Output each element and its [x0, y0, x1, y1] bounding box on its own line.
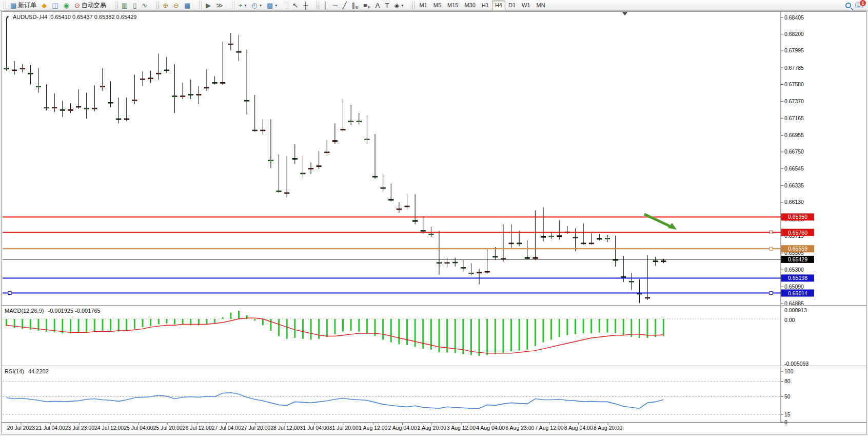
bear-candle[interactable] — [357, 121, 361, 122]
bull-candle[interactable] — [181, 96, 185, 97]
add-indicator-button[interactable]: +▾ — [236, 1, 249, 10]
bull-candle[interactable] — [76, 106, 81, 107]
bar-chart-button[interactable]: ▥ — [119, 1, 130, 10]
time-axis-label[interactable]: 25 Jul 20:00 — [153, 425, 182, 431]
bear-candle[interactable] — [116, 119, 121, 120]
bear-candle[interactable] — [469, 273, 474, 274]
bull-candle[interactable] — [661, 261, 666, 262]
time-axis-label[interactable]: 2 Aug 04:00 — [388, 425, 417, 431]
line-handle[interactable] — [770, 247, 773, 250]
new-order-button[interactable]: ▤新订单 — [8, 1, 39, 10]
bear-candle[interactable] — [613, 260, 618, 261]
time-axis-label[interactable]: 28 Jul 12:00 — [270, 425, 300, 431]
bear-candle[interactable] — [653, 261, 658, 262]
time-axis-label[interactable]: 27 Jul 04:00 — [212, 425, 241, 431]
bear-candle[interactable] — [245, 100, 249, 101]
bear-candle[interactable] — [461, 268, 465, 269]
shapes-button[interactable]: ◈▾ — [391, 1, 406, 10]
bull-candle[interactable] — [533, 258, 538, 259]
bear-candle[interactable] — [389, 199, 393, 200]
bear-candle[interactable] — [493, 256, 498, 257]
bear-candle[interactable] — [277, 191, 281, 192]
bear-candle[interactable] — [629, 281, 634, 282]
bull-candle[interactable] — [205, 87, 209, 88]
bear-candle[interactable] — [164, 70, 169, 71]
bear-candle[interactable] — [549, 236, 554, 237]
bull-candle[interactable] — [325, 152, 329, 153]
tile-windows-button[interactable]: ▦ — [182, 1, 193, 10]
text-button[interactable]: A — [373, 1, 383, 10]
auto-scroll-button[interactable]: ▶ — [203, 1, 213, 10]
cursor-button[interactable]: ↖ — [290, 1, 301, 10]
bear-candle[interactable] — [349, 121, 353, 122]
bull-candle[interactable] — [261, 130, 265, 131]
candlestick-chart-button[interactable]: ▯ — [130, 1, 139, 10]
time-axis-label[interactable]: 20 Jul 2023 — [7, 425, 35, 431]
time-axis-label[interactable]: 2 Aug 20:00 — [418, 425, 446, 431]
timeframe-button-mn[interactable]: MN — [534, 1, 548, 10]
vertical-line-button[interactable]: │ — [321, 1, 330, 10]
bull-candle[interactable] — [68, 110, 73, 111]
bear-candle[interactable] — [36, 86, 41, 87]
chart-canvas[interactable]: 0.684050.682000.679950.677850.675800.673… — [2, 12, 866, 434]
profile-button[interactable]: ◫ — [49, 1, 61, 10]
time-axis-label[interactable]: 3 Aug 12:00 — [447, 425, 476, 431]
bull-candle[interactable] — [124, 119, 129, 120]
time-axis-label[interactable]: 26 Jul 12:00 — [183, 425, 212, 431]
time-axis-label[interactable]: 21 Jul 04:00 — [36, 425, 65, 431]
channel-button[interactable]: ∥E — [349, 1, 361, 10]
bear-candle[interactable] — [517, 243, 522, 244]
timeframe-button-m15[interactable]: M15 — [444, 1, 461, 10]
bull-candle[interactable] — [509, 243, 514, 244]
bull-candle[interactable] — [156, 73, 161, 74]
rsi-pane-divider[interactable] — [2, 366, 866, 367]
styler-bucket-button[interactable]: ◆ — [39, 1, 49, 10]
bear-candle[interactable] — [44, 107, 49, 108]
bear-candle[interactable] — [292, 159, 297, 160]
bear-candle[interactable] — [597, 238, 602, 239]
bear-candle[interactable] — [252, 130, 257, 131]
bear-candle[interactable] — [413, 221, 418, 222]
bear-candle[interactable] — [236, 51, 241, 52]
bull-candle[interactable] — [20, 68, 25, 69]
bull-candle[interactable] — [589, 243, 594, 244]
time-axis-label[interactable]: 4 Aug 04:00 — [476, 425, 505, 431]
bull-candle[interactable] — [52, 107, 57, 108]
timeframe-button-m1[interactable]: M1 — [416, 1, 430, 10]
bear-candle[interactable] — [108, 102, 113, 103]
timeframe-button-w1[interactable]: W1 — [519, 1, 534, 10]
timeframe-button-d1[interactable]: D1 — [505, 1, 519, 10]
bear-candle[interactable] — [581, 243, 586, 244]
bull-candle[interactable] — [645, 297, 650, 298]
bear-candle[interactable] — [301, 173, 305, 174]
bear-candle[interactable] — [60, 110, 65, 111]
bull-candle[interactable] — [92, 108, 97, 109]
bear-candle[interactable] — [605, 238, 610, 239]
bull-candle[interactable] — [221, 83, 225, 84]
bull-candle[interactable] — [557, 236, 562, 237]
bear-candle[interactable] — [381, 188, 385, 189]
bear-candle[interactable] — [373, 176, 378, 177]
bull-candle[interactable] — [317, 166, 321, 167]
bear-candle[interactable] — [429, 234, 433, 235]
bull-candle[interactable] — [445, 262, 449, 263]
macd-pane-divider[interactable] — [2, 305, 866, 306]
zoom-in-button[interactable]: ⊕ — [160, 1, 171, 10]
bull-candle[interactable] — [397, 209, 401, 210]
time-axis-label[interactable]: 7 Aug 12:00 — [535, 425, 564, 431]
time-axis-label[interactable]: 8 Aug 20:00 — [594, 425, 622, 431]
time-axis-label[interactable]: 24 Jul 12:00 — [94, 425, 124, 431]
bear-candle[interactable] — [4, 68, 9, 69]
bull-candle[interactable] — [100, 86, 105, 87]
bear-candle[interactable] — [541, 236, 546, 237]
bull-candle[interactable] — [285, 193, 289, 194]
arrow-annotation[interactable] — [644, 214, 670, 226]
bear-candle[interactable] — [437, 262, 441, 263]
bear-candle[interactable] — [268, 160, 273, 161]
bull-candle[interactable] — [309, 168, 313, 169]
bear-candle[interactable] — [421, 231, 425, 232]
templates-button[interactable]: ▩▾ — [264, 1, 280, 10]
trendline-button[interactable]: ╱ — [340, 1, 349, 10]
chart-shift-button[interactable]: ≫ — [213, 1, 226, 10]
timeframe-button-h1[interactable]: H1 — [479, 1, 492, 10]
